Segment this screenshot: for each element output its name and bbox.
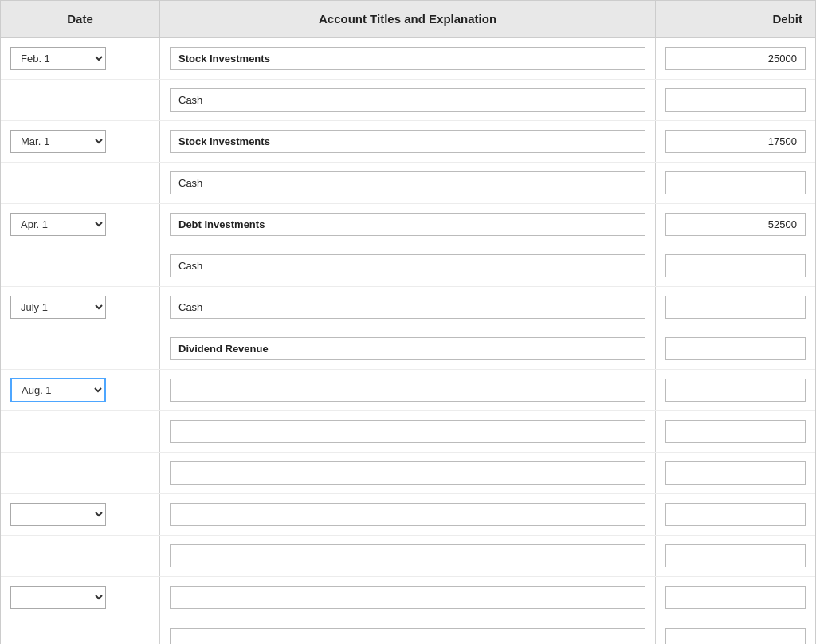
date-cell[interactable]: Feb. 1Mar. 1Apr. 1July 1Aug. 1Sep. 1Oct.… (1, 370, 160, 410)
table-row (1, 618, 815, 644)
account-input[interactable] (170, 47, 645, 70)
debit-cell[interactable] (656, 370, 815, 410)
account-cell[interactable] (160, 577, 656, 618)
table-row: Feb. 1Mar. 1Apr. 1July 1Aug. 1Sep. 1Oct.… (1, 287, 815, 328)
debit-cell[interactable] (656, 618, 815, 644)
debit-cell[interactable] (656, 411, 815, 452)
debit-input[interactable] (665, 171, 806, 194)
table-row: Feb. 1Mar. 1Apr. 1July 1Aug. 1Sep. 1Oct.… (1, 494, 815, 536)
table-row (1, 245, 815, 287)
debit-input[interactable] (665, 130, 806, 153)
account-input[interactable] (170, 544, 645, 567)
debit-cell[interactable] (656, 494, 815, 535)
debit-cell[interactable] (656, 163, 815, 203)
account-input[interactable] (170, 503, 645, 526)
account-input[interactable] (170, 296, 645, 319)
debit-input[interactable] (665, 586, 806, 609)
account-cell[interactable] (160, 38, 656, 79)
debit-cell[interactable] (656, 577, 815, 618)
date-cell (1, 411, 160, 452)
account-cell[interactable] (160, 204, 656, 245)
debit-column-header: Debit (656, 1, 815, 37)
account-cell[interactable] (160, 618, 656, 644)
debit-input[interactable] (665, 461, 806, 485)
account-input[interactable] (170, 171, 645, 194)
table-row: Feb. 1Mar. 1Apr. 1July 1Aug. 1Sep. 1Oct.… (1, 577, 815, 618)
date-cell[interactable]: Feb. 1Mar. 1Apr. 1July 1Aug. 1Sep. 1Oct.… (1, 287, 160, 328)
account-cell[interactable] (160, 80, 656, 120)
date-cell[interactable]: Feb. 1Mar. 1Apr. 1July 1Aug. 1Sep. 1Oct.… (1, 494, 160, 535)
date-cell (1, 618, 160, 644)
account-cell[interactable] (160, 370, 656, 410)
debit-input[interactable] (665, 544, 806, 567)
debit-input[interactable] (665, 379, 806, 402)
debit-cell[interactable] (656, 80, 815, 120)
date-select[interactable]: Feb. 1Mar. 1Apr. 1July 1Aug. 1Sep. 1Oct.… (10, 586, 106, 609)
account-cell[interactable] (160, 494, 656, 535)
table-row (1, 328, 815, 370)
debit-input[interactable] (665, 254, 806, 277)
account-input[interactable] (170, 379, 645, 402)
date-select[interactable]: Feb. 1Mar. 1Apr. 1July 1Aug. 1Sep. 1Oct.… (10, 296, 106, 319)
account-input[interactable] (170, 254, 645, 277)
table-row: Feb. 1Mar. 1Apr. 1July 1Aug. 1Sep. 1Oct.… (1, 121, 815, 163)
debit-cell[interactable] (656, 536, 815, 576)
table-header: Date Account Titles and Explanation Debi… (1, 1, 815, 38)
debit-input[interactable] (665, 47, 806, 70)
table-row: Feb. 1Mar. 1Apr. 1July 1Aug. 1Sep. 1Oct.… (1, 38, 815, 80)
table-row (1, 536, 815, 577)
account-cell[interactable] (160, 453, 656, 493)
date-cell (1, 163, 160, 203)
account-input[interactable] (170, 586, 645, 609)
account-cell[interactable] (160, 121, 656, 162)
date-select[interactable]: Feb. 1Mar. 1Apr. 1July 1Aug. 1Sep. 1Oct.… (10, 213, 106, 236)
account-cell[interactable] (160, 245, 656, 286)
date-select[interactable]: Feb. 1Mar. 1Apr. 1July 1Aug. 1Sep. 1Oct.… (10, 47, 106, 70)
date-cell (1, 453, 160, 493)
table-row (1, 80, 815, 121)
debit-cell[interactable] (656, 245, 815, 286)
date-select[interactable]: Feb. 1Mar. 1Apr. 1July 1Aug. 1Sep. 1Oct.… (10, 130, 106, 153)
account-input[interactable] (170, 628, 645, 645)
date-select[interactable]: Feb. 1Mar. 1Apr. 1July 1Aug. 1Sep. 1Oct.… (10, 378, 106, 402)
debit-input[interactable] (665, 420, 806, 443)
account-cell[interactable] (160, 287, 656, 328)
date-column-header: Date (1, 1, 160, 37)
account-column-header: Account Titles and Explanation (160, 1, 656, 37)
debit-cell[interactable] (656, 287, 815, 328)
table-row (1, 453, 815, 494)
account-input[interactable] (170, 461, 645, 485)
table-row (1, 411, 815, 453)
table-row: Feb. 1Mar. 1Apr. 1July 1Aug. 1Sep. 1Oct.… (1, 370, 815, 411)
debit-input[interactable] (665, 296, 806, 319)
date-cell[interactable]: Feb. 1Mar. 1Apr. 1July 1Aug. 1Sep. 1Oct.… (1, 577, 160, 618)
date-cell[interactable]: Feb. 1Mar. 1Apr. 1July 1Aug. 1Sep. 1Oct.… (1, 204, 160, 245)
table-body: Feb. 1Mar. 1Apr. 1July 1Aug. 1Sep. 1Oct.… (1, 38, 815, 644)
account-input[interactable] (170, 130, 645, 153)
account-input[interactable] (170, 337, 645, 360)
debit-cell[interactable] (656, 38, 815, 79)
date-cell (1, 328, 160, 369)
account-cell[interactable] (160, 328, 656, 369)
debit-input[interactable] (665, 337, 806, 360)
account-cell[interactable] (160, 163, 656, 203)
debit-input[interactable] (665, 213, 806, 236)
date-cell[interactable]: Feb. 1Mar. 1Apr. 1July 1Aug. 1Sep. 1Oct.… (1, 38, 160, 79)
debit-cell[interactable] (656, 121, 815, 162)
debit-cell[interactable] (656, 204, 815, 245)
account-cell[interactable] (160, 536, 656, 576)
date-cell (1, 245, 160, 286)
date-cell (1, 80, 160, 120)
account-input[interactable] (170, 88, 645, 112)
debit-input[interactable] (665, 628, 806, 645)
date-cell[interactable]: Feb. 1Mar. 1Apr. 1July 1Aug. 1Sep. 1Oct.… (1, 121, 160, 162)
account-cell[interactable] (160, 411, 656, 452)
date-select[interactable]: Feb. 1Mar. 1Apr. 1July 1Aug. 1Sep. 1Oct.… (10, 503, 106, 526)
debit-input[interactable] (665, 88, 806, 112)
account-input[interactable] (170, 420, 645, 443)
debit-cell[interactable] (656, 328, 815, 369)
debit-input[interactable] (665, 503, 806, 526)
debit-cell[interactable] (656, 453, 815, 493)
account-input[interactable] (170, 213, 645, 236)
table-row (1, 163, 815, 204)
